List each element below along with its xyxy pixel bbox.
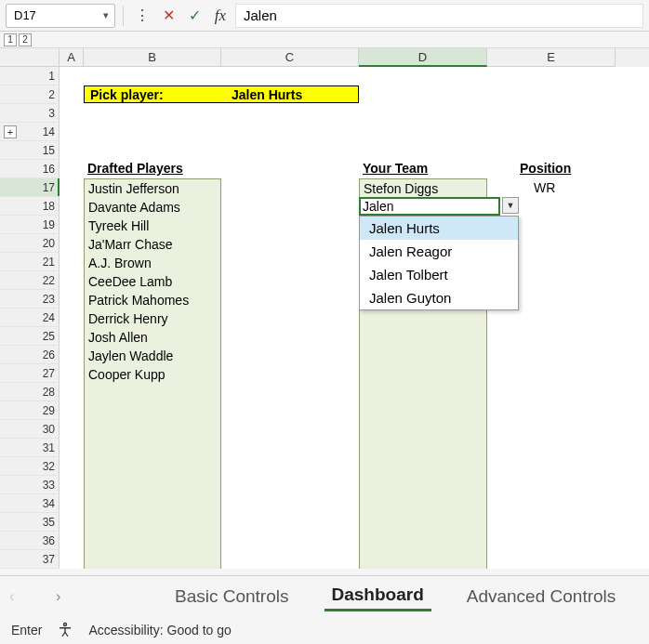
autocomplete-dropdown: Jalen HurtsJalen ReagorJalen TolbertJale…	[359, 216, 519, 310]
outline-expand-icon[interactable]: +	[4, 125, 17, 138]
accessibility-icon[interactable]	[57, 622, 73, 638]
tab-dashboard[interactable]: Dashboard	[324, 581, 431, 611]
drafted-player-3[interactable]: Ja'Marr Chase	[85, 235, 220, 254]
nav-next-icon[interactable]: ›	[56, 588, 74, 605]
nav-prev-icon[interactable]: ‹	[9, 588, 28, 605]
outline-strip: 1 2	[0, 32, 649, 48]
drafted-player-1[interactable]: Davante Adams	[85, 198, 220, 217]
name-box-value: D17	[14, 8, 36, 22]
cancel-icon[interactable]: ✕	[157, 5, 179, 27]
col-header-A[interactable]: A	[60, 48, 84, 67]
accessibility-status: Accessibility: Good to go	[88, 623, 231, 637]
row-header-35[interactable]: 35	[0, 513, 60, 532]
drafted-player-4[interactable]: A.J. Brown	[85, 254, 220, 272]
separator	[123, 6, 124, 26]
col-header-C[interactable]: C	[221, 48, 359, 67]
pick-player-value: Jalen Hurts	[222, 87, 302, 102]
outline-level-2[interactable]: 2	[19, 33, 32, 46]
row-header-22[interactable]: 22	[0, 271, 60, 290]
row-header-21[interactable]: 21	[0, 253, 60, 271]
row-header-36[interactable]: 36	[0, 532, 60, 550]
row-header-28[interactable]: 28	[0, 383, 60, 401]
position-value-0: WR	[534, 180, 555, 195]
row-header-29[interactable]: 29	[0, 401, 60, 420]
pick-player-label: Pick player:	[85, 87, 222, 102]
spreadsheet-grid: A B C D E 12314+151617181920212223242526…	[0, 48, 649, 569]
status-bar: Enter Accessibility: Good to go	[0, 616, 649, 644]
formula-value: Jalen	[244, 7, 277, 23]
drafted-player-7[interactable]: Derrick Henry	[85, 309, 220, 328]
row-header-30[interactable]: 30	[0, 420, 60, 439]
row-header-33[interactable]: 33	[0, 476, 60, 494]
your-team-header: Your Team	[363, 161, 428, 176]
dropdown-option-3[interactable]: Jalen Guyton	[360, 286, 518, 309]
row-header-20[interactable]: 20	[0, 234, 60, 253]
outline-level-1[interactable]: 1	[4, 33, 17, 46]
tab-basic-controls[interactable]: Basic Controls	[167, 583, 297, 611]
sheet-tabs: ‹ › Basic Controls Dashboard Advanced Co…	[0, 575, 649, 616]
formula-bar: D17 ▾ ⋮ ✕ ✓ fx Jalen	[0, 0, 649, 32]
row-header-34[interactable]: 34	[0, 494, 60, 513]
col-header-B[interactable]: B	[84, 48, 221, 67]
drafted-players-column: Justin JeffersonDavante AdamsTyreek Hill…	[84, 178, 221, 569]
row-header-3[interactable]: 3	[0, 104, 60, 123]
col-header-D[interactable]: D	[359, 48, 487, 67]
drafted-player-5[interactable]: CeeDee Lamb	[85, 272, 220, 291]
cells-area[interactable]: Pick player: Jalen Hurts Drafted Players…	[60, 67, 649, 569]
name-box[interactable]: D17 ▾	[6, 4, 115, 28]
fx-icon[interactable]: fx	[209, 5, 232, 27]
chevron-down-icon: ▾	[103, 9, 109, 21]
row-header-14[interactable]: 14+	[0, 123, 60, 141]
status-mode: Enter	[11, 623, 42, 637]
svg-point-0	[64, 624, 67, 626]
dropdown-button[interactable]: ▼	[502, 197, 519, 214]
row-header-16[interactable]: 16	[0, 160, 60, 178]
row-header-2[interactable]: 2	[0, 85, 60, 104]
row-header-26[interactable]: 26	[0, 346, 60, 364]
position-header: Position	[520, 161, 571, 176]
formula-input[interactable]: Jalen	[235, 4, 643, 28]
pick-player-banner: Pick player: Jalen Hurts	[84, 85, 359, 103]
drafted-players-header: Drafted Players	[87, 161, 183, 176]
column-headers: A B C D E	[60, 48, 649, 67]
row-header-25[interactable]: 25	[0, 327, 60, 346]
active-cell-input[interactable]	[363, 199, 497, 214]
row-header-32[interactable]: 32	[0, 457, 60, 476]
row-header-19[interactable]: 19	[0, 216, 60, 234]
your-team-player-0[interactable]: Stefon Diggs	[360, 179, 486, 198]
row-header-37[interactable]: 37	[0, 550, 60, 569]
row-header-23[interactable]: 23	[0, 290, 60, 309]
drafted-player-8[interactable]: Josh Allen	[85, 328, 220, 347]
row-header-27[interactable]: 27	[0, 364, 60, 383]
dropdown-option-2[interactable]: Jalen Tolbert	[360, 263, 518, 286]
drafted-player-0[interactable]: Justin Jefferson	[85, 179, 220, 198]
dropdown-option-1[interactable]: Jalen Reagor	[360, 240, 518, 263]
drafted-player-10[interactable]: Cooper Kupp	[85, 365, 220, 384]
row-header-17[interactable]: 17	[0, 178, 60, 197]
row-header-31[interactable]: 31	[0, 439, 60, 457]
col-header-E[interactable]: E	[487, 48, 616, 67]
row-header-18[interactable]: 18	[0, 197, 60, 216]
dropdown-option-0[interactable]: Jalen Hurts	[360, 217, 518, 240]
row-headers: 12314+1516171819202122232425262728293031…	[0, 67, 60, 569]
select-all-corner[interactable]	[0, 48, 60, 67]
row-header-24[interactable]: 24	[0, 309, 60, 327]
row-header-1[interactable]: 1	[0, 67, 60, 85]
more-icon[interactable]: ⋮	[131, 5, 153, 27]
tab-advanced-controls[interactable]: Advanced Controls	[459, 583, 624, 611]
drafted-player-6[interactable]: Patrick Mahomes	[85, 291, 220, 309]
row-header-15[interactable]: 15	[0, 141, 60, 160]
drafted-player-9[interactable]: Jaylen Waddle	[85, 347, 220, 365]
drafted-player-2[interactable]: Tyreek Hill	[85, 217, 220, 235]
active-cell-D17[interactable]	[359, 197, 500, 216]
confirm-icon[interactable]: ✓	[183, 5, 205, 27]
